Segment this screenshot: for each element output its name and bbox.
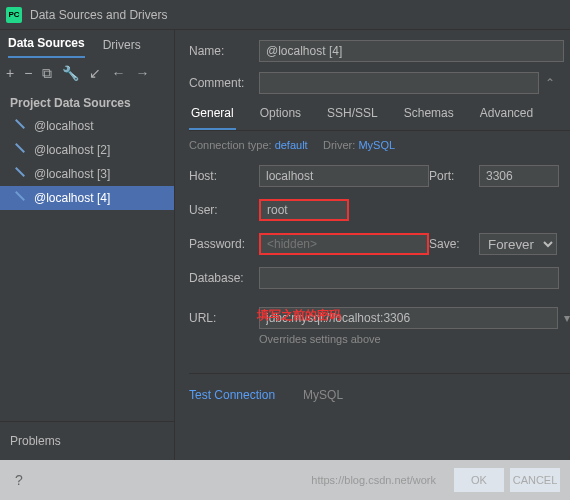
datasource-icon — [16, 145, 26, 155]
tab-advanced[interactable]: Advanced — [478, 106, 535, 130]
host-label: Host: — [189, 169, 259, 183]
right-panel: Name: Comment: ⌃ General Options SSH/SSL… — [175, 30, 570, 460]
host-input[interactable] — [259, 165, 429, 187]
left-panel: Data Sources Drivers + − ⧉ 🔧 ↙ ← → Proje… — [0, 30, 175, 460]
source-url-text: https://blog.csdn.net/work — [311, 474, 436, 486]
save-select[interactable]: Forever — [479, 233, 557, 255]
database-input[interactable] — [259, 267, 559, 289]
arrow-right-icon[interactable]: → — [135, 66, 149, 80]
url-label: URL: — [189, 311, 259, 325]
data-source-label: @localhost [3] — [34, 167, 110, 181]
add-icon[interactable]: + — [6, 66, 14, 80]
comment-label: Comment: — [189, 76, 259, 90]
port-input[interactable] — [479, 165, 559, 187]
name-input[interactable] — [259, 40, 564, 62]
tab-options[interactable]: Options — [258, 106, 303, 130]
data-source-item[interactable]: @localhost [2] — [0, 138, 174, 162]
wrench-icon[interactable]: 🔧 — [62, 66, 79, 80]
user-label: User: — [189, 203, 259, 217]
project-data-sources-header: Project Data Sources — [0, 88, 174, 114]
app-logo-icon: PC — [6, 7, 22, 23]
conn-type-link[interactable]: default — [275, 139, 308, 151]
cancel-button[interactable]: CANCEL — [510, 468, 560, 492]
data-source-label: @localhost — [34, 119, 94, 133]
titlebar: PC Data Sources and Drivers — [0, 0, 570, 30]
detail-tabs: General Options SSH/SSL Schemas Advanced — [189, 106, 570, 131]
left-toolbar: + − ⧉ 🔧 ↙ ← → — [0, 58, 174, 88]
tab-data-sources[interactable]: Data Sources — [8, 36, 85, 58]
port-label: Port: — [429, 169, 479, 183]
save-label: Save: — [429, 237, 479, 251]
name-label: Name: — [189, 44, 259, 58]
tab-drivers[interactable]: Drivers — [103, 38, 141, 58]
tab-sshssl[interactable]: SSH/SSL — [325, 106, 380, 130]
url-note: Overrides settings above — [189, 333, 570, 345]
test-connection-link[interactable]: Test Connection — [189, 388, 275, 402]
tab-schemas[interactable]: Schemas — [402, 106, 456, 130]
remove-icon[interactable]: − — [24, 66, 32, 80]
problems-section[interactable]: Problems — [0, 421, 174, 460]
database-label: Database: — [189, 271, 259, 285]
conn-type-label: Connection type: — [189, 139, 272, 151]
data-source-label: @localhost [2] — [34, 143, 110, 157]
annotation-text: 填写之前的密码 — [257, 307, 341, 324]
password-label: Password: — [189, 237, 259, 251]
data-source-label: @localhost [4] — [34, 191, 110, 205]
datasource-icon — [16, 169, 26, 179]
data-source-list: @localhost @localhost [2] @localhost [3]… — [0, 114, 174, 421]
copy-icon[interactable]: ⧉ — [42, 66, 52, 80]
arrow-left-icon[interactable]: ← — [111, 66, 125, 80]
tab-general[interactable]: General — [189, 106, 236, 130]
connection-info: Connection type: default Driver: MySQL — [189, 131, 570, 165]
expand-icon[interactable]: ⌃ — [545, 76, 555, 90]
comment-input[interactable] — [259, 72, 539, 94]
bottom-bar: ? https://blog.csdn.net/work OK CANCEL — [0, 460, 570, 500]
ok-button[interactable]: OK — [454, 468, 504, 492]
reset-icon[interactable]: ↙ — [89, 66, 101, 80]
datasource-icon — [16, 193, 26, 203]
window-title: Data Sources and Drivers — [30, 8, 167, 22]
password-input[interactable] — [259, 233, 429, 255]
datasource-icon — [16, 121, 26, 131]
driver-name-text: MySQL — [303, 388, 343, 402]
driver-link[interactable]: MySQL — [358, 139, 395, 151]
data-source-item[interactable]: @localhost [3] — [0, 162, 174, 186]
user-input[interactable] — [259, 199, 349, 221]
main-tabs: Data Sources Drivers — [0, 30, 174, 58]
data-source-item[interactable]: @localhost [4] — [0, 186, 174, 210]
data-source-item[interactable]: @localhost — [0, 114, 174, 138]
help-icon[interactable]: ? — [10, 471, 28, 489]
driver-label: Driver: — [323, 139, 355, 151]
url-dropdown-icon[interactable]: ▾ — [564, 311, 570, 325]
